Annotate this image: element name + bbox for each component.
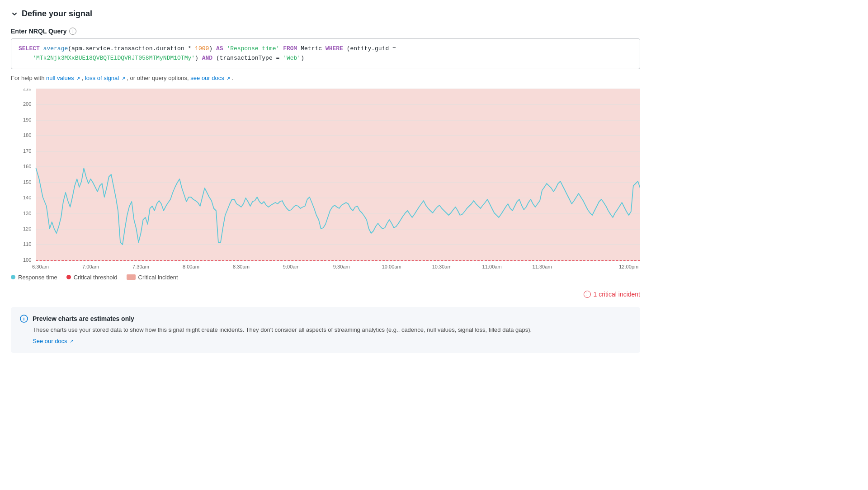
legend-critical-threshold: Critical threshold [66,274,118,281]
notice-title: Preview charts are estimates only [33,314,532,324]
legend-label-critical-threshold: Critical threshold [74,274,118,281]
chart-svg: 100 110 120 130 140 150 160 170 180 190 … [11,89,640,269]
query-label: Enter NRQL Query [11,28,66,35]
see-docs-link[interactable]: see our docs ↗ [190,75,232,81]
chevron-down-icon[interactable] [11,10,18,18]
svg-text:12:00pm: 12:00pm [619,264,638,269]
critical-incident-row: ! 1 critical incident [11,291,640,298]
svg-text:200: 200 [23,101,31,107]
external-link-icon-notice: ↗ [70,338,73,344]
svg-text:170: 170 [23,148,31,154]
svg-text:6:30am: 6:30am [32,264,49,269]
svg-text:120: 120 [23,226,31,231]
svg-text:9:00am: 9:00am [283,264,300,269]
info-icon[interactable]: i [69,28,76,35]
svg-text:11:30am: 11:30am [533,264,552,269]
chart-legend: Response time Critical threshold Critica… [11,269,640,285]
svg-text:130: 130 [23,211,31,216]
legend-critical-incident: Critical incident [127,274,178,281]
external-link-icon-docs: ↗ [226,76,230,81]
null-values-link[interactable]: null values ↗ [46,75,82,81]
svg-text:8:00am: 8:00am [183,264,199,269]
loss-of-signal-link[interactable]: loss of signal ↗ [85,75,127,81]
section-title: Define your signal [22,9,92,19]
page-container: Define your signal Enter NRQL Query i SE… [0,0,651,362]
preview-notice: i Preview charts are estimates only Thes… [11,307,640,353]
critical-alert-icon: ! [584,291,591,298]
svg-text:210: 210 [23,89,31,91]
help-text: For help with null values ↗ , loss of si… [11,75,640,81]
svg-text:160: 160 [23,164,31,169]
external-link-icon-signal: ↗ [122,76,125,81]
svg-text:7:30am: 7:30am [132,264,149,269]
critical-incident-label: 1 critical incident [594,291,641,298]
legend-response-time: Response time [11,274,57,281]
notice-docs-link[interactable]: See our docs ↗ [33,337,73,346]
external-link-icon-null: ↗ [76,76,80,81]
svg-text:140: 140 [23,195,31,200]
legend-rect-incident [127,274,136,280]
svg-text:180: 180 [23,132,31,138]
svg-text:9:30am: 9:30am [333,264,350,269]
legend-dot-red [66,275,71,279]
svg-text:10:00am: 10:00am [382,264,401,269]
legend-dot-teal [11,275,15,279]
legend-label-response-time: Response time [18,274,57,281]
svg-text:8:30am: 8:30am [233,264,250,269]
chart-area: 100 110 120 130 140 150 160 170 180 190 … [11,89,640,269]
query-box[interactable]: SELECT average(apm.service.transaction.d… [11,38,640,69]
notice-content: Preview charts are estimates only These … [33,314,532,346]
svg-text:11:00am: 11:00am [482,264,502,269]
svg-text:7:00am: 7:00am [82,264,99,269]
svg-text:10:30am: 10:30am [432,264,452,269]
section-header: Define your signal [11,9,640,19]
svg-text:110: 110 [23,241,31,247]
svg-text:150: 150 [23,179,31,185]
svg-text:190: 190 [23,117,31,122]
notice-info-icon: i [20,315,28,323]
svg-text:100: 100 [23,257,31,263]
notice-body: These charts use your stored data to sho… [33,325,532,335]
legend-label-critical-incident: Critical incident [138,274,178,281]
query-label-row: Enter NRQL Query i [11,28,640,35]
critical-zone-bg [36,89,640,260]
svg-text:i: i [24,316,25,321]
